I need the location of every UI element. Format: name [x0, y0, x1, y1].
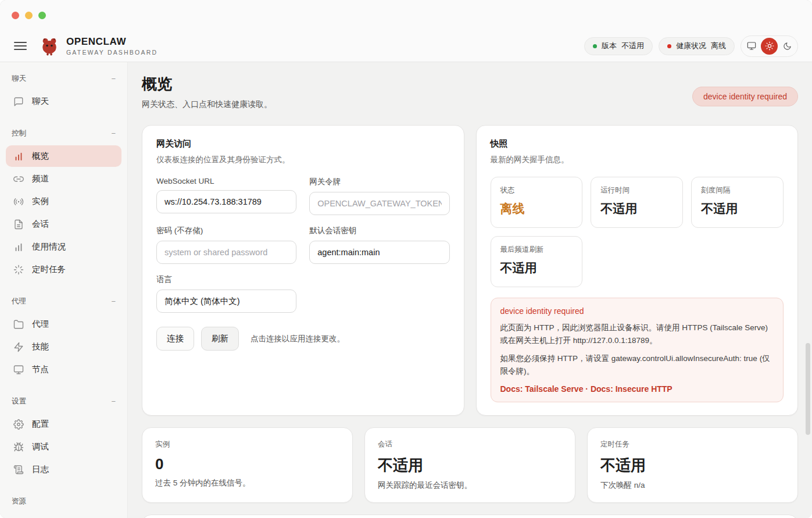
ws-url-label: WebSocket URL [156, 177, 296, 185]
sidebar-section-control[interactable]: 控制 − [0, 125, 127, 144]
monitor-icon [747, 41, 756, 51]
sidebar-item-skills[interactable]: 技能 [6, 336, 121, 358]
tile-label: 运行时间 [600, 185, 673, 195]
ws-url-input[interactable] [156, 190, 296, 213]
menu-icon[interactable] [14, 42, 27, 50]
password-label: 密码 (不存储) [156, 226, 296, 236]
device-identity-warning: device identity required 此页面为 HTTP，因此浏览器… [491, 298, 784, 402]
docs-insecure-http-link[interactable]: Docs: Insecure HTTP [591, 384, 673, 394]
collapse-icon[interactable]: − [111, 74, 116, 83]
sidebar-item-label: 节点 [32, 364, 49, 375]
connect-hint: 点击连接以应用连接更改。 [251, 334, 345, 344]
tick-interval-tile: 刻度间隔 不适用 [691, 177, 784, 228]
minimize-window-button[interactable] [25, 12, 33, 19]
docs-tailscale-serve-link[interactable]: Docs: Tailscale Serve [500, 384, 584, 394]
bolt-icon [13, 342, 24, 352]
sidebar-item-debug[interactable]: 调试 [6, 436, 121, 458]
sidebar-item-label: 定时任务 [32, 264, 66, 275]
main-content: 概览 网关状态、入口点和快速健康读取。 device identity requ… [128, 62, 812, 518]
sidebar-item-chat[interactable]: 聊天 [6, 91, 121, 112]
sidebar-item-label: 概览 [32, 151, 49, 162]
bar-chart-icon [13, 242, 24, 252]
section-title: 代理 [12, 296, 26, 306]
sidebar-section-chat[interactable]: 聊天 − [0, 70, 127, 90]
openclaw-logo-icon [40, 36, 59, 56]
collapse-icon[interactable]: − [111, 129, 116, 138]
sidebar-section-resources[interactable]: 资源 [0, 493, 127, 512]
refresh-button[interactable]: 刷新 [201, 327, 239, 351]
stat-label: 会话 [378, 440, 562, 449]
language-select[interactable]: 简体中文 (简体中文) [156, 290, 296, 313]
stat-label: 定时任务 [600, 440, 785, 449]
sidebar-item-label: 会话 [32, 219, 49, 230]
warning-line1: 此页面为 HTTP，因此浏览器阻止设备标识。请使用 HTTPS (Tailsca… [500, 321, 774, 346]
stat-label: 实例 [155, 440, 339, 449]
page-subtitle: 网关状态、入口点和快速健康读取。 [142, 99, 272, 110]
language-label: 语言 [156, 274, 296, 285]
tile-value: 不适用 [701, 201, 774, 217]
gateway-token-input[interactable] [309, 192, 449, 215]
close-window-button[interactable] [12, 12, 19, 19]
notes-card: 备注 远程控制设置的快速提醒。 [142, 515, 798, 518]
gateway-access-card: 网关访问 仪表板连接的位置及其身份验证方式。 WebSocket URL 网关令… [142, 125, 464, 416]
app-title: OPENCLAW [66, 36, 158, 48]
moon-icon [783, 42, 792, 51]
tile-label: 最后频道刷新 [500, 245, 573, 255]
session-key-input[interactable] [309, 241, 449, 264]
sidebar-item-sessions[interactable]: 会话 [6, 213, 121, 235]
sidebar-item-label: 代理 [32, 319, 49, 330]
health-badge-label: 健康状况 [676, 41, 706, 51]
section-title: 控制 [12, 128, 26, 138]
version-badge-value: 不适用 [621, 41, 644, 51]
sidebar-section-settings[interactable]: 设置 − [0, 393, 127, 412]
sidebar-item-instances[interactable]: 实例 [6, 191, 121, 212]
sidebar-item-label: 配置 [32, 419, 49, 430]
sidebar-item-agents[interactable]: 代理 [6, 313, 121, 335]
sidebar-item-channels[interactable]: 频道 [6, 168, 121, 190]
collapse-icon[interactable]: − [111, 297, 116, 306]
bar-chart-icon [13, 151, 24, 162]
device-identity-badge: device identity required [692, 87, 798, 106]
uptime-tile: 运行时间 不适用 [591, 177, 683, 228]
theme-system-button[interactable] [743, 38, 760, 55]
sidebar-item-config[interactable]: 配置 [6, 413, 121, 435]
monitor-icon [13, 365, 24, 375]
broadcast-icon [13, 197, 24, 207]
tile-value: 不适用 [500, 260, 573, 276]
sidebar: 聊天 − 聊天 控制 − 概览 频道 实例 [0, 62, 128, 518]
gear-icon [13, 419, 24, 430]
scrollbar-thumb[interactable] [806, 343, 810, 435]
zoom-window-button[interactable] [38, 12, 46, 19]
sidebar-item-logs[interactable]: 日志 [6, 459, 121, 480]
folder-icon [13, 319, 24, 330]
snapshot-card: 快照 最新的网关握手信息。 状态 离线 运行时间 不适用 刻度间隔 [476, 125, 799, 416]
version-status-dot [593, 44, 597, 48]
bug-icon [13, 442, 24, 452]
tile-label: 状态 [500, 185, 573, 195]
warning-title: device identity required [500, 306, 774, 316]
sidebar-item-label: 实例 [32, 196, 49, 207]
collapse-icon[interactable]: − [111, 397, 116, 406]
window-titlebar [0, 0, 812, 30]
chat-icon [13, 97, 24, 107]
sessions-stat-card: 会话 不适用 网关跟踪的最近会话密钥。 [364, 427, 575, 503]
card-title: 快照 [491, 138, 784, 149]
sidebar-item-cron[interactable]: 定时任务 [6, 259, 121, 280]
theme-light-button[interactable] [761, 38, 778, 55]
health-badge-value: 离线 [711, 41, 726, 51]
theme-dark-button[interactable] [779, 38, 796, 55]
token-label: 网关令牌 [309, 177, 449, 187]
tile-value: 不适用 [600, 201, 673, 217]
password-input[interactable] [156, 241, 296, 264]
sidebar-item-label: 频道 [32, 173, 49, 184]
stat-desc: 下次唤醒 n/a [600, 480, 785, 491]
stat-desc: 网关跟踪的最近会话密钥。 [378, 480, 562, 491]
sidebar-item-overview[interactable]: 概览 [6, 145, 121, 167]
traffic-lights [12, 12, 46, 19]
sidebar-item-usage[interactable]: 使用情况 [6, 236, 121, 258]
sidebar-item-nodes[interactable]: 节点 [6, 359, 121, 380]
link-separator: · [583, 384, 590, 394]
sidebar-section-agents[interactable]: 代理 − [0, 293, 127, 312]
tile-value: 离线 [500, 201, 573, 217]
connect-button[interactable]: 连接 [156, 327, 194, 351]
